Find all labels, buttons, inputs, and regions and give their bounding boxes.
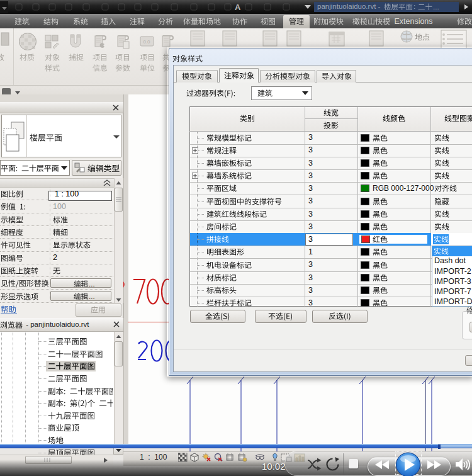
svg-text:0.0: 0.0 <box>143 39 150 45</box>
